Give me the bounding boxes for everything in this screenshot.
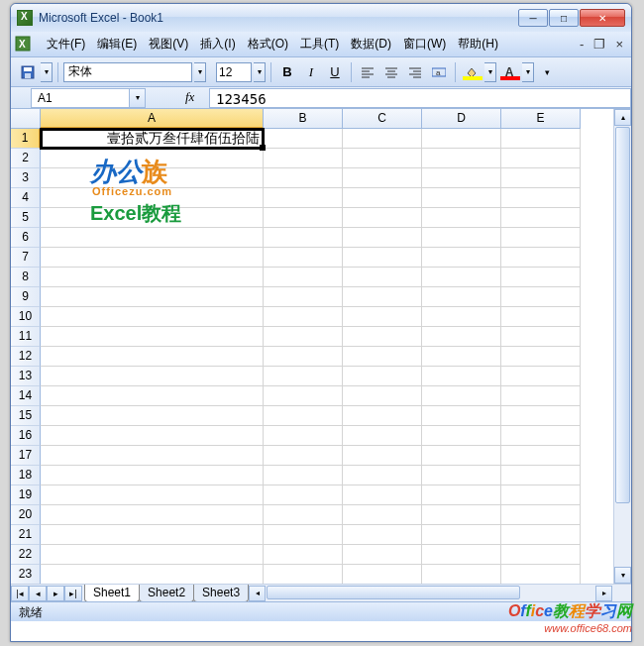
cell-E20[interactable] bbox=[501, 505, 581, 525]
cell-E21[interactable] bbox=[501, 525, 581, 545]
cell-B10[interactable] bbox=[264, 307, 343, 327]
cell-D7[interactable] bbox=[422, 248, 501, 268]
row-header-16[interactable]: 16 bbox=[11, 426, 41, 446]
doc-close-button[interactable]: × bbox=[611, 37, 627, 52]
row-header-12[interactable]: 12 bbox=[11, 347, 41, 367]
cell-E19[interactable] bbox=[501, 485, 581, 505]
cell-C6[interactable] bbox=[343, 228, 422, 248]
cell-E16[interactable] bbox=[501, 426, 581, 446]
cell-D16[interactable] bbox=[422, 426, 501, 446]
save-dropdown[interactable]: ▾ bbox=[41, 62, 53, 82]
cell-E6[interactable] bbox=[501, 228, 581, 248]
doc-minimize-button[interactable]: - bbox=[576, 37, 588, 52]
scroll-down-button[interactable]: ▾ bbox=[614, 567, 631, 584]
cell-A22[interactable] bbox=[41, 545, 264, 565]
menu-insert[interactable]: 插入(I) bbox=[194, 33, 241, 55]
vertical-scroll-thumb[interactable] bbox=[615, 127, 630, 503]
cell-C5[interactable] bbox=[343, 208, 422, 228]
menu-tools[interactable]: 工具(T) bbox=[294, 33, 345, 55]
name-box-dropdown[interactable]: ▾ bbox=[130, 88, 146, 108]
sheet-tab-sheet3[interactable]: Sheet3 bbox=[193, 585, 249, 602]
horizontal-scroll-thumb[interactable] bbox=[267, 586, 519, 599]
scroll-left-button[interactable]: ◂ bbox=[249, 586, 266, 601]
cell-D9[interactable] bbox=[422, 287, 501, 307]
cell-A1[interactable]: 壹拾贰万叁仟肆佰伍拾陆 bbox=[41, 129, 264, 149]
row-header-23[interactable]: 23 bbox=[11, 565, 41, 585]
cell-E12[interactable] bbox=[501, 347, 581, 367]
cell-A12[interactable] bbox=[41, 347, 264, 367]
cell-A6[interactable] bbox=[41, 228, 264, 248]
scroll-up-button[interactable]: ▴ bbox=[614, 109, 631, 126]
row-header-1[interactable]: 1 bbox=[11, 129, 41, 149]
cell-D6[interactable] bbox=[422, 228, 501, 248]
cell-E10[interactable] bbox=[501, 307, 581, 327]
cell-D12[interactable] bbox=[422, 347, 501, 367]
vertical-scrollbar[interactable]: ▴ ▾ bbox=[613, 109, 631, 584]
font-name-select[interactable] bbox=[63, 62, 192, 82]
cell-B23[interactable] bbox=[264, 565, 343, 585]
cell-B22[interactable] bbox=[264, 545, 343, 565]
menu-help[interactable]: 帮助(H) bbox=[452, 33, 504, 55]
excel-doc-icon[interactable]: X bbox=[15, 36, 33, 54]
menu-view[interactable]: 视图(V) bbox=[143, 33, 194, 55]
row-header-21[interactable]: 21 bbox=[11, 525, 41, 545]
cell-D19[interactable] bbox=[422, 485, 501, 505]
column-header-C[interactable]: C bbox=[343, 109, 422, 129]
row-header-22[interactable]: 22 bbox=[11, 545, 41, 565]
tab-nav-next[interactable]: ▸ bbox=[47, 586, 64, 601]
align-right-button[interactable] bbox=[404, 61, 426, 83]
cell-B15[interactable] bbox=[264, 406, 343, 426]
column-header-B[interactable]: B bbox=[264, 109, 343, 129]
align-center-button[interactable] bbox=[380, 61, 402, 83]
select-all-corner[interactable] bbox=[11, 109, 41, 129]
cell-D22[interactable] bbox=[422, 545, 501, 565]
cell-C16[interactable] bbox=[343, 426, 422, 446]
close-button[interactable]: ✕ bbox=[580, 9, 625, 27]
cell-E2[interactable] bbox=[501, 149, 581, 168]
cell-D17[interactable] bbox=[422, 446, 501, 466]
cell-E22[interactable] bbox=[501, 545, 581, 565]
cell-E11[interactable] bbox=[501, 327, 581, 347]
cell-D5[interactable] bbox=[422, 208, 501, 228]
underline-button[interactable]: U bbox=[324, 61, 346, 83]
tab-nav-prev[interactable]: ◂ bbox=[29, 586, 47, 601]
row-header-9[interactable]: 9 bbox=[11, 287, 41, 307]
cell-C20[interactable] bbox=[343, 505, 422, 525]
row-header-14[interactable]: 14 bbox=[11, 386, 41, 406]
cell-C23[interactable] bbox=[343, 565, 422, 585]
cell-C11[interactable] bbox=[343, 327, 422, 347]
cell-D20[interactable] bbox=[422, 505, 501, 525]
row-header-18[interactable]: 18 bbox=[11, 466, 41, 485]
row-header-3[interactable]: 3 bbox=[11, 168, 41, 188]
cell-D3[interactable] bbox=[422, 168, 501, 188]
cell-C17[interactable] bbox=[343, 446, 422, 466]
cell-D1[interactable] bbox=[422, 129, 501, 149]
cell-A8[interactable] bbox=[41, 268, 264, 287]
cell-B20[interactable] bbox=[264, 505, 343, 525]
cell-C14[interactable] bbox=[343, 386, 422, 406]
menu-window[interactable]: 窗口(W) bbox=[397, 33, 452, 55]
merge-center-button[interactable]: a bbox=[428, 61, 450, 83]
sheet-tab-sheet2[interactable]: Sheet2 bbox=[139, 585, 194, 602]
cell-B11[interactable] bbox=[264, 327, 343, 347]
bold-button[interactable]: B bbox=[276, 61, 298, 83]
cell-A13[interactable] bbox=[41, 367, 264, 386]
cell-E3[interactable] bbox=[501, 168, 581, 188]
sheet-tab-sheet1[interactable]: Sheet1 bbox=[84, 585, 140, 602]
row-header-13[interactable]: 13 bbox=[11, 367, 41, 386]
cell-E15[interactable] bbox=[501, 406, 581, 426]
row-header-5[interactable]: 5 bbox=[11, 208, 41, 228]
toolbar-options-button[interactable]: ▾ bbox=[536, 61, 558, 83]
tab-nav-first[interactable]: |◂ bbox=[11, 586, 29, 601]
cell-B9[interactable] bbox=[264, 287, 343, 307]
cell-D14[interactable] bbox=[422, 386, 501, 406]
row-header-2[interactable]: 2 bbox=[11, 149, 41, 168]
column-header-D[interactable]: D bbox=[422, 109, 501, 129]
cell-E18[interactable] bbox=[501, 466, 581, 485]
row-header-19[interactable]: 19 bbox=[11, 485, 41, 505]
row-header-4[interactable]: 4 bbox=[11, 188, 41, 208]
cell-C2[interactable] bbox=[343, 149, 422, 168]
cell-E4[interactable] bbox=[501, 188, 581, 208]
menu-file[interactable]: 文件(F) bbox=[41, 33, 91, 55]
maximize-button[interactable]: □ bbox=[549, 9, 579, 27]
